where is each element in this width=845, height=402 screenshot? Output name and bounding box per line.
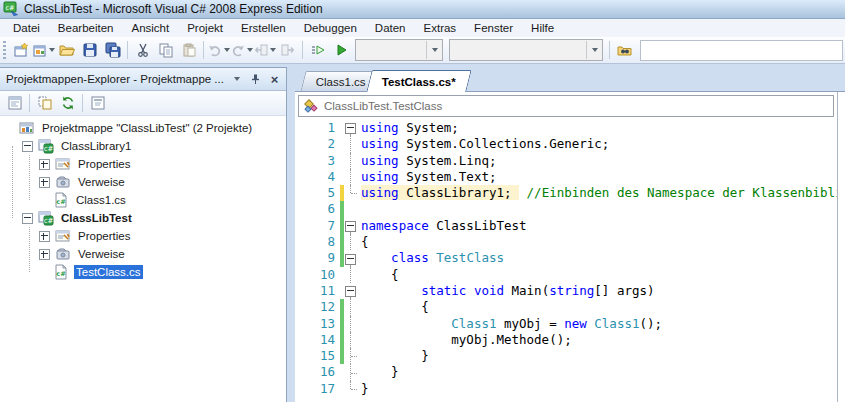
- properties-button[interactable]: [3, 92, 26, 114]
- code-line-8[interactable]: 8{: [295, 234, 837, 250]
- undo-button[interactable]: [207, 39, 230, 61]
- collapse-toggle-icon[interactable]: [22, 141, 33, 152]
- line-number: 4: [295, 169, 339, 185]
- close-panel-button[interactable]: ×: [267, 72, 282, 87]
- code-line-16[interactable]: 16 }: [295, 364, 837, 380]
- open-file-button[interactable]: [55, 39, 78, 61]
- tree-item-classlibrary1-verweise[interactable]: Verweise: [0, 173, 286, 191]
- line-number: 11: [295, 283, 339, 299]
- show-all-files-button[interactable]: [33, 92, 56, 114]
- tree-item-project-classlibtest[interactable]: c#ClassLibTest: [0, 209, 286, 227]
- window-position-menu-button[interactable]: [229, 72, 244, 87]
- menu-hilfe[interactable]: Hilfe: [522, 21, 563, 35]
- code-editor[interactable]: 1using System;2using System.Collections.…: [295, 120, 837, 402]
- new-project-button[interactable]: [9, 39, 32, 61]
- fold-collapse-icon[interactable]: [345, 221, 356, 232]
- tree-item-solution[interactable]: Projektmappe "ClassLibTest" (2 Projekte): [0, 119, 286, 137]
- menu-debuggen[interactable]: Debuggen: [295, 21, 366, 35]
- class-navigator-text: ClassLibTest.TestClass: [324, 100, 442, 112]
- cut-button[interactable]: [131, 39, 154, 61]
- view-class-diagram-button[interactable]: [86, 92, 109, 114]
- toolbar-separator: [302, 41, 303, 59]
- code-line-12[interactable]: 12 {: [295, 299, 837, 315]
- expand-toggle-icon[interactable]: [39, 159, 50, 170]
- paste-button[interactable]: [177, 39, 200, 61]
- menu-datei[interactable]: Datei: [4, 21, 49, 35]
- fold-line: [351, 389, 357, 390]
- fold-collapse-icon[interactable]: [345, 123, 356, 134]
- solution-configurations-combobox[interactable]: [355, 39, 443, 61]
- panel-splitter[interactable]: [287, 67, 295, 402]
- add-new-item-icon: [32, 42, 48, 58]
- code-line-9[interactable]: 9 class TestClass: [295, 250, 837, 266]
- find-combobox[interactable]: [640, 40, 843, 61]
- fold-line: [350, 153, 351, 169]
- code-line-3[interactable]: 3using System.Linq;: [295, 153, 837, 169]
- fold-collapse-icon[interactable]: [345, 286, 356, 297]
- expand-toggle-icon[interactable]: [39, 231, 50, 242]
- find-in-files-button[interactable]: [613, 39, 636, 61]
- tree-guide-line: [29, 227, 30, 272]
- class-navigator-bar[interactable]: ClassLibTest.TestClass: [298, 95, 834, 117]
- code-line-6[interactable]: 6: [295, 201, 837, 217]
- fold-margin: [344, 136, 358, 152]
- code-line-13[interactable]: 13 Class1 myObj = new Class1();: [295, 316, 837, 332]
- menu-extras[interactable]: Extras: [415, 21, 466, 35]
- fold-collapse-icon[interactable]: [345, 254, 356, 265]
- expand-toggle-icon[interactable]: [39, 177, 50, 188]
- main-toolbar: [0, 37, 845, 64]
- tree-item-classlibrary1-class1-cs[interactable]: c#Class1.cs: [0, 191, 286, 209]
- code-line-1[interactable]: 1using System;: [295, 120, 837, 136]
- code-line-10[interactable]: 10 {: [295, 267, 837, 283]
- add-new-item-button[interactable]: [32, 39, 55, 61]
- combobox-dropdown-icon: [592, 48, 598, 52]
- fold-line: [351, 193, 357, 194]
- fold-line: [350, 332, 351, 348]
- menu-erstellen[interactable]: Erstellen: [232, 21, 295, 35]
- redo-button[interactable]: [230, 39, 253, 61]
- menu-daten[interactable]: Daten: [366, 21, 415, 35]
- fold-line: [350, 136, 351, 152]
- fold-margin: [344, 153, 358, 169]
- svg-text:c#: c#: [5, 4, 14, 12]
- copy-icon: [158, 42, 174, 58]
- menu-bearbeiten[interactable]: Bearbeiten: [49, 21, 123, 35]
- code-text: }: [358, 348, 429, 364]
- tree-item-classlibrary1-properties[interactable]: Properties: [0, 155, 286, 173]
- auto-hide-pin-button[interactable]: [248, 72, 263, 87]
- tab-testclass-cs[interactable]: TestClass.cs*: [366, 70, 471, 92]
- fold-margin: [344, 234, 358, 250]
- code-line-15[interactable]: 15 }: [295, 348, 837, 364]
- tree-item-project-classlibrary1[interactable]: c#ClassLibrary1: [0, 137, 286, 155]
- csfile-icon: c#: [53, 192, 69, 208]
- expand-toggle-icon[interactable]: [39, 249, 50, 260]
- navigate-forward-button[interactable]: [276, 39, 299, 61]
- save-all-button[interactable]: [101, 39, 124, 61]
- menu-ansicht[interactable]: Ansicht: [122, 21, 178, 35]
- collapse-toggle-icon[interactable]: [22, 213, 33, 224]
- refresh-icon: [60, 95, 76, 111]
- menu-fenster[interactable]: Fenster: [465, 21, 522, 35]
- tree-item-label: ClassLibTest: [59, 211, 134, 225]
- tree-item-classlibtest-testclass-cs[interactable]: c#TestClass.cs: [0, 263, 286, 281]
- code-line-11[interactable]: 11 static void Main(string[] args): [295, 283, 837, 299]
- copy-button[interactable]: [154, 39, 177, 61]
- start-without-debugging-button[interactable]: [306, 39, 329, 61]
- tree-item-classlibtest-verweise[interactable]: Verweise: [0, 245, 286, 263]
- code-line-7[interactable]: 7namespace ClassLibTest: [295, 218, 837, 234]
- code-line-4[interactable]: 4using System.Text;: [295, 169, 837, 185]
- refresh-button[interactable]: [56, 92, 79, 114]
- tree-item-classlibtest-properties[interactable]: Properties: [0, 227, 286, 245]
- start-without-debugging-icon: [310, 42, 326, 58]
- menu-projekt[interactable]: Projekt: [178, 21, 232, 35]
- code-line-14[interactable]: 14 myObj.Methode();: [295, 332, 837, 348]
- toolbar-grip[interactable]: [3, 41, 6, 59]
- navigate-backward-button[interactable]: [253, 39, 276, 61]
- save-button[interactable]: [78, 39, 101, 61]
- solution-platforms-combobox[interactable]: [449, 39, 603, 61]
- code-line-5[interactable]: 5using ClassLibrary1; //Einbinden des Na…: [295, 185, 837, 201]
- code-line-17[interactable]: 17}: [295, 381, 837, 397]
- tree-item-label: Properties: [76, 157, 132, 171]
- start-debugging-button[interactable]: [329, 39, 352, 61]
- code-line-2[interactable]: 2using System.Collections.Generic;: [295, 136, 837, 152]
